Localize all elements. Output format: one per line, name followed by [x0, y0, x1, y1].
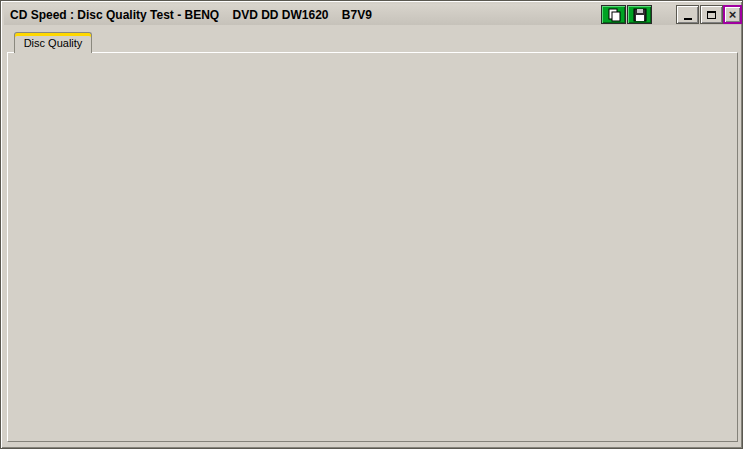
minimize-icon [684, 18, 692, 20]
tab-page [7, 52, 738, 442]
window-title: CD Speed : Disc Quality Test - BENQ DVD … [4, 8, 372, 22]
close-icon: × [729, 8, 737, 21]
app-window: CD Speed : Disc Quality Test - BENQ DVD … [0, 0, 743, 449]
copy-icon [607, 8, 621, 22]
tab-disc-quality[interactable]: Disc Quality [14, 32, 92, 53]
close-button[interactable]: × [723, 5, 742, 24]
minimize-button[interactable] [676, 5, 699, 24]
save-button[interactable] [627, 5, 652, 24]
tab-label: Disc Quality [24, 37, 83, 49]
maximize-button[interactable] [700, 5, 723, 24]
maximize-icon [707, 11, 716, 19]
copy-button[interactable] [601, 5, 626, 24]
save-icon [633, 8, 647, 22]
